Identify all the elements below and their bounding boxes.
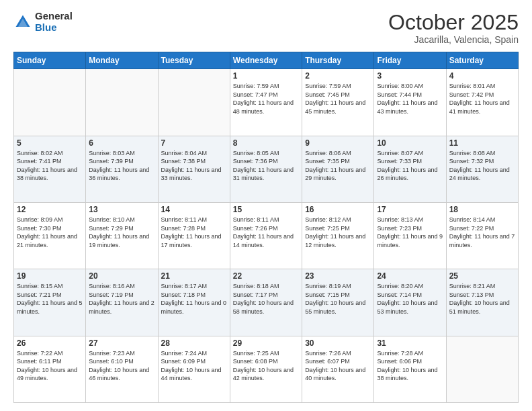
table-row: 23Sunrise: 8:19 AM Sunset: 7:15 PM Dayli…	[302, 269, 374, 336]
day-number: 25	[449, 271, 515, 281]
table-row: 14Sunrise: 8:11 AM Sunset: 7:28 PM Dayli…	[158, 202, 230, 269]
day-info: Sunrise: 8:03 AM Sunset: 7:39 PM Dayligh…	[89, 149, 154, 183]
table-row: 19Sunrise: 8:15 AM Sunset: 7:21 PM Dayli…	[14, 269, 86, 336]
table-row: 20Sunrise: 8:16 AM Sunset: 7:19 PM Dayli…	[86, 269, 158, 336]
day-number: 1	[233, 71, 299, 81]
header: General Blue October 2025 Jacarilla, Val…	[13, 11, 519, 45]
day-info: Sunrise: 8:01 AM Sunset: 7:42 PM Dayligh…	[449, 82, 515, 116]
logo-blue: Blue	[35, 22, 73, 34]
table-row: 11Sunrise: 8:08 AM Sunset: 7:32 PM Dayli…	[446, 136, 518, 202]
day-info: Sunrise: 7:23 AM Sunset: 6:10 PM Dayligh…	[89, 349, 154, 383]
title-block: October 2025 Jacarilla, Valencia, Spain	[388, 11, 519, 45]
day-number: 13	[89, 205, 154, 214]
calendar-week-row: 19Sunrise: 8:15 AM Sunset: 7:21 PM Dayli…	[14, 269, 519, 336]
table-row: 24Sunrise: 8:20 AM Sunset: 7:14 PM Dayli…	[374, 269, 446, 336]
table-row: 21Sunrise: 8:17 AM Sunset: 7:18 PM Dayli…	[158, 269, 230, 336]
calendar-week-row: 12Sunrise: 8:09 AM Sunset: 7:30 PM Dayli…	[14, 202, 519, 269]
day-number: 27	[89, 338, 154, 348]
day-number: 16	[305, 205, 371, 214]
day-number: 19	[17, 271, 83, 281]
table-row: 25Sunrise: 8:21 AM Sunset: 7:13 PM Dayli…	[446, 269, 518, 336]
logo: General Blue	[13, 11, 73, 33]
day-info: Sunrise: 8:19 AM Sunset: 7:15 PM Dayligh…	[305, 282, 371, 316]
table-row: 5Sunrise: 8:02 AM Sunset: 7:41 PM Daylig…	[14, 136, 86, 202]
table-row: 15Sunrise: 8:11 AM Sunset: 7:26 PM Dayli…	[230, 202, 302, 269]
day-number: 28	[161, 338, 227, 348]
table-row: 22Sunrise: 8:18 AM Sunset: 7:17 PM Dayli…	[230, 269, 302, 336]
day-info: Sunrise: 8:00 AM Sunset: 7:44 PM Dayligh…	[377, 82, 443, 116]
table-row: 18Sunrise: 8:14 AM Sunset: 7:22 PM Dayli…	[446, 202, 518, 269]
table-row: 30Sunrise: 7:26 AM Sunset: 6:07 PM Dayli…	[302, 336, 374, 402]
logo-text: General Blue	[35, 11, 73, 33]
col-monday: Monday	[86, 52, 158, 69]
table-row	[86, 69, 158, 136]
calendar-header-row: Sunday Monday Tuesday Wednesday Thursday…	[14, 52, 519, 69]
calendar-week-row: 5Sunrise: 8:02 AM Sunset: 7:41 PM Daylig…	[14, 136, 519, 202]
table-row	[158, 69, 230, 136]
day-number: 26	[17, 338, 83, 348]
day-info: Sunrise: 8:06 AM Sunset: 7:35 PM Dayligh…	[305, 149, 371, 183]
col-sunday: Sunday	[14, 52, 86, 69]
day-number: 3	[377, 71, 443, 81]
day-info: Sunrise: 8:20 AM Sunset: 7:14 PM Dayligh…	[377, 282, 443, 316]
day-number: 6	[89, 138, 154, 148]
col-thursday: Thursday	[302, 52, 374, 69]
calendar-table: Sunday Monday Tuesday Wednesday Thursday…	[13, 52, 519, 403]
day-info: Sunrise: 8:17 AM Sunset: 7:18 PM Dayligh…	[161, 282, 227, 316]
day-number: 2	[305, 71, 371, 81]
day-info: Sunrise: 7:22 AM Sunset: 6:11 PM Dayligh…	[17, 349, 83, 383]
day-info: Sunrise: 8:10 AM Sunset: 7:29 PM Dayligh…	[89, 216, 154, 249]
table-row: 1Sunrise: 7:59 AM Sunset: 7:47 PM Daylig…	[230, 69, 302, 136]
day-info: Sunrise: 7:28 AM Sunset: 6:06 PM Dayligh…	[377, 349, 443, 383]
table-row: 10Sunrise: 8:07 AM Sunset: 7:33 PM Dayli…	[374, 136, 446, 202]
calendar-week-row: 26Sunrise: 7:22 AM Sunset: 6:11 PM Dayli…	[14, 336, 519, 402]
table-row: 12Sunrise: 8:09 AM Sunset: 7:30 PM Dayli…	[14, 202, 86, 269]
day-number: 7	[161, 138, 227, 148]
day-info: Sunrise: 8:07 AM Sunset: 7:33 PM Dayligh…	[377, 149, 443, 183]
day-info: Sunrise: 8:11 AM Sunset: 7:28 PM Dayligh…	[161, 216, 227, 249]
day-number: 8	[233, 138, 299, 148]
day-number: 30	[305, 338, 371, 348]
day-number: 21	[161, 271, 227, 281]
table-row	[14, 69, 86, 136]
table-row: 6Sunrise: 8:03 AM Sunset: 7:39 PM Daylig…	[86, 136, 158, 202]
day-info: Sunrise: 7:24 AM Sunset: 6:09 PM Dayligh…	[161, 349, 227, 383]
table-row: 29Sunrise: 7:25 AM Sunset: 6:08 PM Dayli…	[230, 336, 302, 402]
day-number: 5	[17, 138, 83, 148]
col-tuesday: Tuesday	[158, 52, 230, 69]
table-row: 26Sunrise: 7:22 AM Sunset: 6:11 PM Dayli…	[14, 336, 86, 402]
day-info: Sunrise: 8:16 AM Sunset: 7:19 PM Dayligh…	[89, 282, 154, 316]
calendar-week-row: 1Sunrise: 7:59 AM Sunset: 7:47 PM Daylig…	[14, 69, 519, 136]
table-row: 8Sunrise: 8:05 AM Sunset: 7:36 PM Daylig…	[230, 136, 302, 202]
month-title: October 2025	[388, 11, 519, 34]
day-info: Sunrise: 8:09 AM Sunset: 7:30 PM Dayligh…	[17, 216, 83, 249]
day-number: 15	[233, 205, 299, 214]
day-number: 22	[233, 271, 299, 281]
day-info: Sunrise: 8:12 AM Sunset: 7:25 PM Dayligh…	[305, 216, 371, 249]
day-info: Sunrise: 8:11 AM Sunset: 7:26 PM Dayligh…	[233, 216, 299, 249]
day-info: Sunrise: 8:14 AM Sunset: 7:22 PM Dayligh…	[449, 216, 515, 249]
table-row: 17Sunrise: 8:13 AM Sunset: 7:23 PM Dayli…	[374, 202, 446, 269]
table-row: 13Sunrise: 8:10 AM Sunset: 7:29 PM Dayli…	[86, 202, 158, 269]
day-info: Sunrise: 8:05 AM Sunset: 7:36 PM Dayligh…	[233, 149, 299, 183]
table-row: 4Sunrise: 8:01 AM Sunset: 7:42 PM Daylig…	[446, 69, 518, 136]
day-info: Sunrise: 8:18 AM Sunset: 7:17 PM Dayligh…	[233, 282, 299, 316]
page: General Blue October 2025 Jacarilla, Val…	[0, 0, 532, 411]
table-row: 3Sunrise: 8:00 AM Sunset: 7:44 PM Daylig…	[374, 69, 446, 136]
col-friday: Friday	[374, 52, 446, 69]
table-row: 9Sunrise: 8:06 AM Sunset: 7:35 PM Daylig…	[302, 136, 374, 202]
day-number: 10	[377, 138, 443, 148]
day-number: 18	[449, 205, 515, 214]
day-info: Sunrise: 8:02 AM Sunset: 7:41 PM Dayligh…	[17, 149, 83, 183]
day-info: Sunrise: 7:26 AM Sunset: 6:07 PM Dayligh…	[305, 349, 371, 383]
logo-general: General	[35, 11, 73, 22]
day-info: Sunrise: 7:59 AM Sunset: 7:47 PM Dayligh…	[233, 82, 299, 116]
day-number: 24	[377, 271, 443, 281]
day-number: 23	[305, 271, 371, 281]
day-number: 29	[233, 338, 299, 348]
col-saturday: Saturday	[446, 52, 518, 69]
table-row: 16Sunrise: 8:12 AM Sunset: 7:25 PM Dayli…	[302, 202, 374, 269]
day-info: Sunrise: 8:13 AM Sunset: 7:23 PM Dayligh…	[377, 216, 443, 249]
logo-icon	[13, 13, 32, 32]
table-row: 7Sunrise: 8:04 AM Sunset: 7:38 PM Daylig…	[158, 136, 230, 202]
